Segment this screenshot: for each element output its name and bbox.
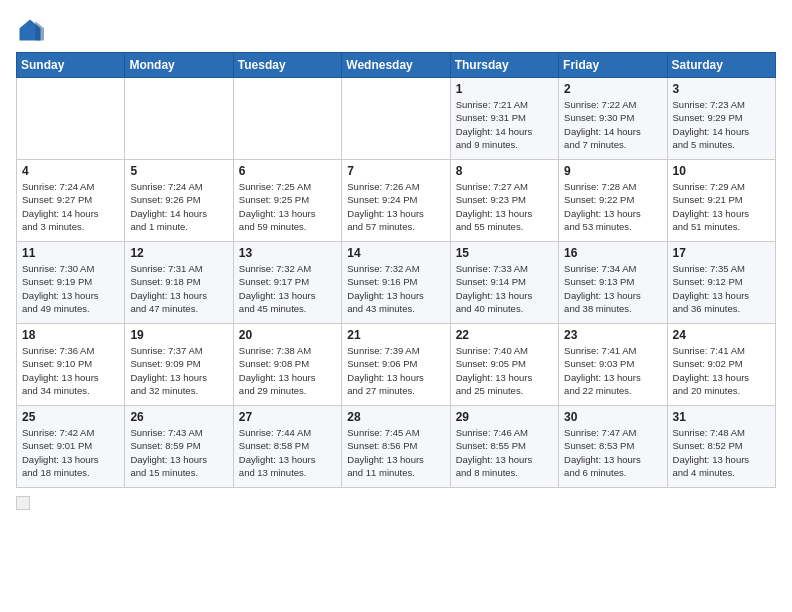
calendar-cell: 29Sunrise: 7:46 AM Sunset: 8:55 PM Dayli… [450,406,558,488]
day-header-wednesday: Wednesday [342,53,450,78]
calendar-cell: 21Sunrise: 7:39 AM Sunset: 9:06 PM Dayli… [342,324,450,406]
calendar-cell: 15Sunrise: 7:33 AM Sunset: 9:14 PM Dayli… [450,242,558,324]
day-info: Sunrise: 7:46 AM Sunset: 8:55 PM Dayligh… [456,426,553,479]
calendar-cell: 11Sunrise: 7:30 AM Sunset: 9:19 PM Dayli… [17,242,125,324]
calendar-cell: 31Sunrise: 7:48 AM Sunset: 8:52 PM Dayli… [667,406,775,488]
calendar-cell: 3Sunrise: 7:23 AM Sunset: 9:29 PM Daylig… [667,78,775,160]
calendar-week-row: 11Sunrise: 7:30 AM Sunset: 9:19 PM Dayli… [17,242,776,324]
calendar-cell: 2Sunrise: 7:22 AM Sunset: 9:30 PM Daylig… [559,78,667,160]
calendar-cell: 8Sunrise: 7:27 AM Sunset: 9:23 PM Daylig… [450,160,558,242]
day-number: 26 [130,410,227,424]
calendar-header: SundayMondayTuesdayWednesdayThursdayFrid… [17,53,776,78]
calendar-cell: 7Sunrise: 7:26 AM Sunset: 9:24 PM Daylig… [342,160,450,242]
day-number: 23 [564,328,661,342]
calendar-cell: 10Sunrise: 7:29 AM Sunset: 9:21 PM Dayli… [667,160,775,242]
legend-box [16,496,30,510]
day-info: Sunrise: 7:28 AM Sunset: 9:22 PM Dayligh… [564,180,661,233]
calendar-cell [233,78,341,160]
day-info: Sunrise: 7:35 AM Sunset: 9:12 PM Dayligh… [673,262,770,315]
calendar-cell: 19Sunrise: 7:37 AM Sunset: 9:09 PM Dayli… [125,324,233,406]
day-header-sunday: Sunday [17,53,125,78]
day-info: Sunrise: 7:37 AM Sunset: 9:09 PM Dayligh… [130,344,227,397]
calendar-cell: 30Sunrise: 7:47 AM Sunset: 8:53 PM Dayli… [559,406,667,488]
day-info: Sunrise: 7:45 AM Sunset: 8:56 PM Dayligh… [347,426,444,479]
day-number: 13 [239,246,336,260]
day-number: 9 [564,164,661,178]
day-header-tuesday: Tuesday [233,53,341,78]
day-info: Sunrise: 7:32 AM Sunset: 9:16 PM Dayligh… [347,262,444,315]
calendar-cell: 27Sunrise: 7:44 AM Sunset: 8:58 PM Dayli… [233,406,341,488]
day-header-row: SundayMondayTuesdayWednesdayThursdayFrid… [17,53,776,78]
svg-marker-1 [35,21,44,40]
day-info: Sunrise: 7:43 AM Sunset: 8:59 PM Dayligh… [130,426,227,479]
day-info: Sunrise: 7:33 AM Sunset: 9:14 PM Dayligh… [456,262,553,315]
calendar-cell [342,78,450,160]
day-number: 24 [673,328,770,342]
day-info: Sunrise: 7:32 AM Sunset: 9:17 PM Dayligh… [239,262,336,315]
day-number: 30 [564,410,661,424]
day-info: Sunrise: 7:27 AM Sunset: 9:23 PM Dayligh… [456,180,553,233]
calendar-cell: 9Sunrise: 7:28 AM Sunset: 9:22 PM Daylig… [559,160,667,242]
calendar-cell: 28Sunrise: 7:45 AM Sunset: 8:56 PM Dayli… [342,406,450,488]
day-number: 8 [456,164,553,178]
calendar-cell: 16Sunrise: 7:34 AM Sunset: 9:13 PM Dayli… [559,242,667,324]
day-info: Sunrise: 7:47 AM Sunset: 8:53 PM Dayligh… [564,426,661,479]
day-info: Sunrise: 7:31 AM Sunset: 9:18 PM Dayligh… [130,262,227,315]
logo-icon [16,16,44,44]
calendar-cell: 4Sunrise: 7:24 AM Sunset: 9:27 PM Daylig… [17,160,125,242]
day-number: 22 [456,328,553,342]
calendar-week-row: 4Sunrise: 7:24 AM Sunset: 9:27 PM Daylig… [17,160,776,242]
calendar-cell: 22Sunrise: 7:40 AM Sunset: 9:05 PM Dayli… [450,324,558,406]
day-info: Sunrise: 7:30 AM Sunset: 9:19 PM Dayligh… [22,262,119,315]
day-info: Sunrise: 7:38 AM Sunset: 9:08 PM Dayligh… [239,344,336,397]
calendar-cell: 26Sunrise: 7:43 AM Sunset: 8:59 PM Dayli… [125,406,233,488]
day-info: Sunrise: 7:34 AM Sunset: 9:13 PM Dayligh… [564,262,661,315]
calendar-cell: 12Sunrise: 7:31 AM Sunset: 9:18 PM Dayli… [125,242,233,324]
day-header-friday: Friday [559,53,667,78]
calendar-cell: 17Sunrise: 7:35 AM Sunset: 9:12 PM Dayli… [667,242,775,324]
calendar-cell: 18Sunrise: 7:36 AM Sunset: 9:10 PM Dayli… [17,324,125,406]
day-info: Sunrise: 7:23 AM Sunset: 9:29 PM Dayligh… [673,98,770,151]
day-number: 17 [673,246,770,260]
calendar-body: 1Sunrise: 7:21 AM Sunset: 9:31 PM Daylig… [17,78,776,488]
calendar-cell: 23Sunrise: 7:41 AM Sunset: 9:03 PM Dayli… [559,324,667,406]
day-info: Sunrise: 7:21 AM Sunset: 9:31 PM Dayligh… [456,98,553,151]
day-info: Sunrise: 7:48 AM Sunset: 8:52 PM Dayligh… [673,426,770,479]
calendar-cell: 25Sunrise: 7:42 AM Sunset: 9:01 PM Dayli… [17,406,125,488]
day-info: Sunrise: 7:24 AM Sunset: 9:26 PM Dayligh… [130,180,227,233]
calendar-cell: 20Sunrise: 7:38 AM Sunset: 9:08 PM Dayli… [233,324,341,406]
calendar-cell: 1Sunrise: 7:21 AM Sunset: 9:31 PM Daylig… [450,78,558,160]
day-number: 27 [239,410,336,424]
calendar-week-row: 1Sunrise: 7:21 AM Sunset: 9:31 PM Daylig… [17,78,776,160]
calendar-week-row: 18Sunrise: 7:36 AM Sunset: 9:10 PM Dayli… [17,324,776,406]
day-header-thursday: Thursday [450,53,558,78]
day-info: Sunrise: 7:40 AM Sunset: 9:05 PM Dayligh… [456,344,553,397]
day-info: Sunrise: 7:44 AM Sunset: 8:58 PM Dayligh… [239,426,336,479]
day-info: Sunrise: 7:36 AM Sunset: 9:10 PM Dayligh… [22,344,119,397]
calendar-week-row: 25Sunrise: 7:42 AM Sunset: 9:01 PM Dayli… [17,406,776,488]
day-info: Sunrise: 7:29 AM Sunset: 9:21 PM Dayligh… [673,180,770,233]
day-number: 2 [564,82,661,96]
calendar-cell: 14Sunrise: 7:32 AM Sunset: 9:16 PM Dayli… [342,242,450,324]
day-number: 7 [347,164,444,178]
day-info: Sunrise: 7:41 AM Sunset: 9:02 PM Dayligh… [673,344,770,397]
day-number: 3 [673,82,770,96]
day-number: 14 [347,246,444,260]
footer-legend [16,496,776,510]
day-number: 31 [673,410,770,424]
day-number: 19 [130,328,227,342]
day-header-saturday: Saturday [667,53,775,78]
day-info: Sunrise: 7:22 AM Sunset: 9:30 PM Dayligh… [564,98,661,151]
day-info: Sunrise: 7:24 AM Sunset: 9:27 PM Dayligh… [22,180,119,233]
day-number: 20 [239,328,336,342]
day-number: 10 [673,164,770,178]
day-info: Sunrise: 7:39 AM Sunset: 9:06 PM Dayligh… [347,344,444,397]
calendar-table: SundayMondayTuesdayWednesdayThursdayFrid… [16,52,776,488]
day-number: 25 [22,410,119,424]
calendar-cell: 13Sunrise: 7:32 AM Sunset: 9:17 PM Dayli… [233,242,341,324]
day-number: 28 [347,410,444,424]
logo [16,16,48,44]
calendar-cell [125,78,233,160]
day-header-monday: Monday [125,53,233,78]
day-number: 29 [456,410,553,424]
